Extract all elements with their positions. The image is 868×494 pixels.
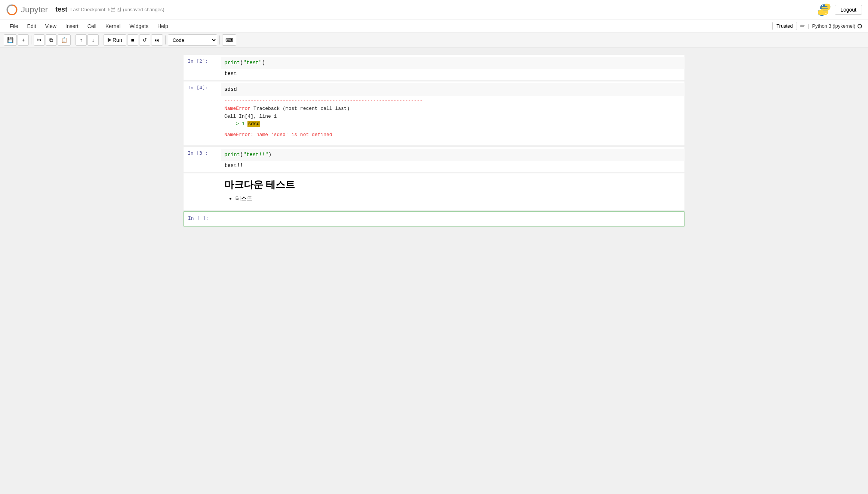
top-bar: Jupyter test Last Checkpoint: 5분 전 (unsa… [0, 0, 868, 19]
cell-1-prompt: In [2]: [184, 55, 221, 80]
cell-5-input[interactable] [222, 214, 684, 224]
menu-edit[interactable]: Edit [24, 22, 40, 31]
cut-button[interactable]: ✂ [34, 34, 45, 46]
error-dashes: ----------------------------------------… [224, 97, 681, 105]
error-message: NameError: name 'sdsd' is not defined [224, 131, 681, 139]
menu-widgets[interactable]: Widgets [126, 22, 152, 31]
menu-kernel[interactable]: Kernel [102, 22, 124, 31]
menubar-right: Trusted ✏ | Python 3 (ipykernel) [772, 22, 862, 30]
edit-pencil-icon[interactable]: ✏ [800, 22, 805, 30]
toolbar-separator-2 [73, 35, 73, 44]
cell-2-body: sdsd -----------------------------------… [221, 82, 684, 145]
kernel-status-circle [858, 24, 862, 28]
python-logo-icon [818, 3, 831, 16]
restart-run-button[interactable]: ⏭ [151, 34, 163, 46]
markdown-heading: 마크다운 테스트 [224, 178, 681, 191]
cell-4-body: 마크다운 테스트 테스트 [221, 174, 684, 210]
cell-type-select[interactable]: Code Markdown Raw NBConvert Heading [168, 34, 217, 46]
run-button[interactable]: Run [104, 34, 126, 46]
cell-3-output: test!! [221, 161, 684, 170]
cell-1-body: print("test") test [221, 55, 684, 80]
menu-view[interactable]: View [41, 22, 60, 31]
header-right-controls: Logout [818, 3, 862, 16]
logo-area: Jupyter [6, 4, 48, 16]
jupyter-logo-icon [6, 4, 18, 16]
menu-bar: File Edit View Insert Cell Kernel Widget… [0, 19, 868, 33]
error-traceback-label: Traceback (most recent call last) [253, 106, 350, 111]
cell-3-body: print("test!!") test!! [221, 147, 684, 172]
notebook-title[interactable]: test [55, 6, 67, 13]
cell-4: 마크다운 테스트 테스트 [184, 173, 684, 210]
cell-4-markdown[interactable]: 마크다운 테스트 테스트 [221, 175, 684, 208]
error-cell-ref: Cell In[4], line 1 [224, 113, 681, 121]
menu-file[interactable]: File [6, 22, 22, 31]
notebook-container: In [2]: print("test") test In [4]: sdsd … [176, 55, 692, 226]
cell-2-input[interactable]: sdsd [221, 83, 684, 96]
add-cell-button[interactable]: + [18, 34, 29, 46]
cell-2-prompt: In [4]: [184, 82, 221, 145]
error-highlight: sdsd [247, 121, 260, 127]
menu-cell[interactable]: Cell [84, 22, 100, 31]
interrupt-button[interactable]: ■ [127, 34, 138, 46]
menu-insert[interactable]: Insert [62, 22, 82, 31]
move-up-button[interactable]: ↑ [76, 34, 87, 46]
cell-3-prompt: In [3]: [184, 147, 221, 172]
run-label: Run [113, 37, 122, 43]
paste-button[interactable]: 📋 [58, 34, 71, 46]
restart-button[interactable]: ↺ [139, 34, 150, 46]
checkpoint-status: Last Checkpoint: 5분 전 (unsaved changes) [70, 6, 164, 13]
toolbar-separator-4 [165, 35, 166, 44]
logout-button[interactable]: Logout [835, 5, 862, 15]
cell-2-error-output: ----------------------------------------… [221, 96, 684, 143]
cell-3-input[interactable]: print("test!!") [221, 149, 684, 161]
save-button[interactable]: 💾 [4, 34, 17, 46]
cell-3: In [3]: print("test!!") test!! [184, 147, 684, 172]
toolbar: 💾 + ✂ ⧉ 📋 ↑ ↓ Run ■ ↺ ⏭ Code Markdown Ra… [0, 33, 868, 47]
move-down-button[interactable]: ↓ [87, 34, 99, 46]
code-keyword: print [224, 60, 240, 66]
error-name: NameError [224, 106, 250, 111]
cell-5-active: In [ ]: [184, 212, 684, 226]
markdown-list: 테스트 [236, 195, 681, 202]
cell-1-input[interactable]: print("test") [221, 57, 684, 69]
svg-point-2 [825, 13, 827, 14]
trusted-button[interactable]: Trusted [772, 22, 797, 30]
menu-help[interactable]: Help [154, 22, 172, 31]
kernel-info: Python 3 (ipykernel) [812, 23, 862, 29]
cell-1: In [2]: print("test") test [184, 55, 684, 80]
cell-1-output: test [221, 69, 684, 78]
toolbar-separator-5 [219, 35, 220, 44]
jupyter-brand-text: Jupyter [21, 5, 48, 15]
toolbar-separator-3 [101, 35, 101, 44]
cell-5-prompt: In [ ]: [184, 212, 222, 226]
keyboard-shortcut-button[interactable]: ⌨ [222, 34, 236, 46]
main-content: In [2]: print("test") test In [4]: sdsd … [0, 47, 868, 494]
cell-5-body [222, 212, 684, 226]
cell-2: In [4]: sdsd ---------------------------… [184, 81, 684, 145]
error-arrow-line: ----> 1 sdsd [224, 120, 681, 128]
error-name-traceback: NameError Traceback (most recent call la… [224, 105, 681, 113]
markdown-list-item-0: 테스트 [236, 195, 681, 202]
copy-button[interactable]: ⧉ [46, 34, 57, 46]
kernel-name-text: Python 3 (ipykernel) [812, 23, 855, 29]
svg-point-1 [822, 5, 823, 6]
cell-4-prompt [184, 174, 221, 210]
code-keyword: print [224, 152, 240, 158]
toolbar-separator-1 [31, 35, 31, 44]
